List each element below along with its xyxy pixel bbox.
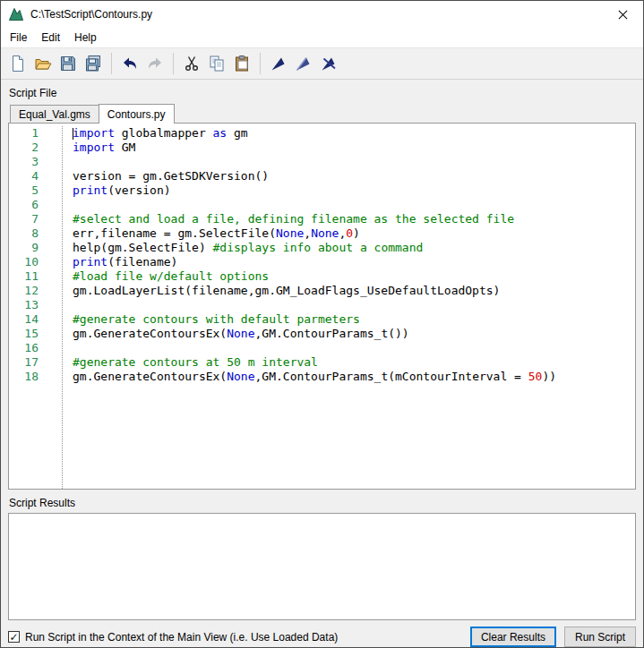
menu-edit[interactable]: Edit: [34, 29, 67, 47]
line-number: 13: [9, 298, 39, 312]
fold-margin: [43, 126, 63, 489]
dart-feather-icon: [295, 55, 313, 72]
save-all-icon: [84, 55, 102, 72]
menu-bar: FileEditHelp: [1, 28, 643, 47]
code-line: version = gm.GetSDKVersion(): [73, 169, 635, 183]
code-line: #select and load a file, defining filena…: [73, 212, 635, 226]
code-line: import globalmapper as gm: [73, 126, 635, 141]
line-number: 2: [9, 141, 39, 155]
editor-gutter: 123456789101112131415161718: [9, 126, 43, 489]
code-line: gm.GenerateContoursEx(None,GM.ContourPar…: [73, 370, 635, 384]
line-number: 10: [9, 255, 39, 269]
close-icon: [618, 10, 628, 20]
open-folder-icon: [34, 55, 52, 72]
line-number: 18: [9, 370, 39, 384]
script-file-label: Script File: [9, 87, 636, 99]
line-number: 8: [9, 226, 39, 241]
window-title: C:\TestScript\Contours.py: [30, 8, 602, 21]
line-number: 3: [9, 155, 39, 169]
run-context-checkbox[interactable]: Run Script in the Context of the Main Vi…: [8, 631, 338, 644]
undo-button[interactable]: [117, 51, 142, 76]
code-line: print(filename): [73, 255, 635, 269]
code-line: print(version): [73, 183, 635, 198]
editor-pane[interactable]: 123456789101112131415161718 import globa…: [8, 123, 636, 490]
dart-tool-1-button[interactable]: [266, 51, 291, 76]
footer: Run Script in the Context of the Main Vi…: [8, 627, 636, 647]
line-number: 12: [9, 284, 39, 298]
code-line: [73, 155, 635, 169]
script-results-label: Script Results: [9, 497, 636, 509]
scissors-icon: [183, 55, 201, 72]
new-file-icon: [9, 55, 27, 72]
new-file-button[interactable]: [5, 51, 30, 76]
line-number: 15: [9, 327, 39, 341]
close-button[interactable]: [602, 1, 643, 28]
line-number: 1: [9, 126, 39, 141]
paste-icon: [233, 55, 251, 72]
redo-button[interactable]: [142, 51, 167, 76]
code-line: gm.GenerateContoursEx(None,GM.ContourPar…: [73, 327, 635, 341]
title-bar: C:\TestScript\Contours.py: [1, 1, 643, 28]
code-line: #generate contours with default parmeter…: [73, 312, 635, 327]
menu-help[interactable]: Help: [67, 29, 104, 47]
paste-button[interactable]: [229, 51, 254, 76]
line-number: 14: [9, 312, 39, 327]
checkbox-label: Run Script in the Context of the Main Vi…: [25, 631, 338, 644]
results-box[interactable]: [8, 513, 636, 620]
tab-equal-val-gms[interactable]: Equal_Val.gms: [10, 105, 99, 123]
dart-slash-icon: [320, 55, 338, 72]
tab-strip: Equal_Val.gmsContours.py: [8, 103, 636, 123]
code-line: help(gm.SelectFile) #displays info about…: [73, 241, 635, 255]
clear-results-button[interactable]: Clear Results: [470, 627, 556, 647]
copy-icon: [208, 55, 226, 72]
code-line: [73, 298, 635, 312]
toolbar-separator: [260, 53, 261, 74]
save-icon: [59, 55, 77, 72]
line-number: 5: [9, 183, 39, 198]
line-number: 9: [9, 241, 39, 255]
dart-tool-2-button[interactable]: [291, 51, 316, 76]
app-window: C:\TestScript\Contours.py FileEditHelp S…: [0, 0, 644, 648]
line-number: 7: [9, 212, 39, 226]
open-file-button[interactable]: [30, 51, 56, 76]
code-line: gm.LoadLayerList(filename,gm.GM_LoadFlag…: [73, 284, 635, 298]
code-line: #generate contours at 50 m interval: [73, 355, 635, 370]
tab-contours-py[interactable]: Contours.py: [99, 104, 175, 124]
line-number: 11: [9, 269, 39, 284]
dart-tool-3-button[interactable]: [316, 51, 341, 76]
code-line: [73, 341, 635, 355]
code-area[interactable]: import globalmapper as gmimport GM versi…: [63, 126, 635, 489]
code-line: err,filename = gm.SelectFile(None,None,0…: [73, 226, 635, 241]
code-line: #load file w/default options: [73, 269, 635, 284]
run-script-button[interactable]: Run Script: [564, 627, 636, 647]
footer-buttons: Clear Results Run Script: [470, 627, 636, 647]
line-number: 17: [9, 355, 39, 370]
line-number: 16: [9, 341, 39, 355]
app-icon: [8, 6, 24, 22]
line-number: 6: [9, 198, 39, 212]
redo-arrow-icon: [146, 55, 164, 72]
checkbox-icon: [8, 631, 20, 643]
toolbar-separator: [173, 53, 174, 74]
save-all-button[interactable]: [81, 51, 106, 76]
code-line: [73, 198, 635, 212]
undo-arrow-icon: [121, 55, 139, 72]
toolbar: [1, 47, 643, 80]
cut-button[interactable]: [179, 51, 204, 76]
dart-icon: [270, 55, 288, 72]
line-number: 4: [9, 169, 39, 183]
toolbar-separator: [111, 53, 112, 74]
copy-button[interactable]: [204, 51, 229, 76]
code-line: import GM: [73, 141, 635, 155]
save-button[interactable]: [56, 51, 81, 76]
main-area: Script File Equal_Val.gmsContours.py 123…: [1, 80, 643, 647]
menu-file[interactable]: File: [3, 29, 34, 47]
